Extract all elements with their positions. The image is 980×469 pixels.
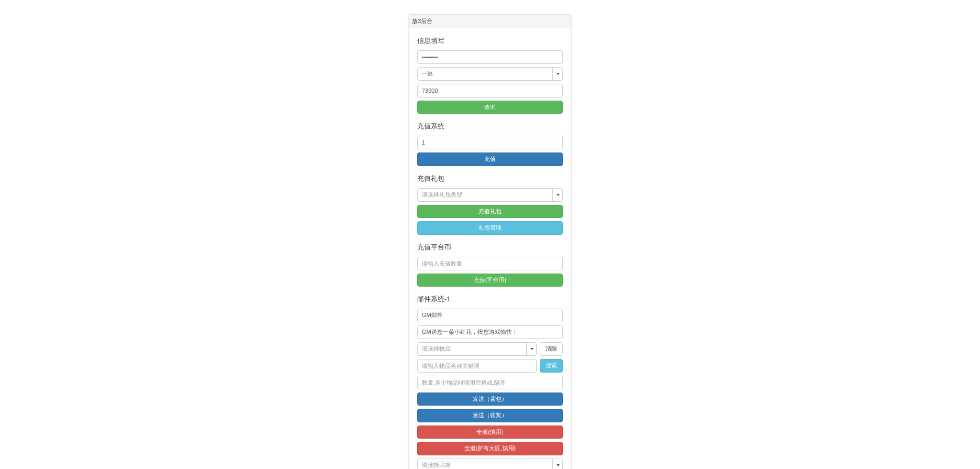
section-gift-title: 充值礼包 (417, 174, 563, 183)
panel-title: 放3后台 (409, 15, 571, 28)
password-input[interactable] (417, 50, 563, 64)
platform-amount-input[interactable] (417, 257, 563, 270)
zone-select-value: 一区 (417, 67, 563, 81)
search-button[interactable]: 搜索 (540, 359, 563, 373)
recharge-gift-button[interactable]: 充值礼包 (417, 205, 563, 218)
gift-type-placeholder: 请选择礼包类型 (417, 188, 563, 202)
send-reward-button[interactable]: 发送（领奖） (417, 409, 563, 422)
section-platform-title: 充值平台币 (417, 243, 563, 252)
send-bag-button[interactable]: 发送（背包） (417, 392, 563, 406)
item-select[interactable]: 请选择物品 (417, 342, 537, 356)
all-server-button[interactable]: 全服(慎用) (417, 426, 563, 439)
recharge-platform-button[interactable]: 充值(平台币) (417, 274, 563, 287)
mail-subject-input[interactable] (417, 309, 563, 322)
panel-body: 信息填写 一区 查询 充值系统 充值 充值礼包 请选择礼包类型 充值礼包 礼包管… (409, 28, 571, 469)
query-button[interactable]: 查询 (417, 101, 563, 114)
section-recharge-title: 充值系统 (417, 122, 563, 131)
item-select-placeholder: 请选择物品 (417, 342, 537, 356)
recharge-button[interactable]: 充值 (417, 152, 563, 166)
recharge-amount-input[interactable] (417, 136, 563, 149)
clear-button[interactable]: 清除 (540, 342, 563, 356)
section-info-title: 信息填写 (417, 36, 563, 46)
qq-input[interactable] (417, 84, 563, 97)
item-search-input[interactable] (417, 359, 537, 373)
general-select-placeholder: 请选择武将 (417, 459, 563, 469)
section-mail-title: 邮件系统-1 (417, 295, 563, 304)
general-select[interactable]: 请选择武将 (417, 459, 563, 469)
admin-panel: 放3后台 信息填写 一区 查询 充值系统 充值 充值礼包 请选择礼包类型 充值礼… (409, 14, 571, 469)
gift-type-select[interactable]: 请选择礼包类型 (417, 188, 563, 202)
gift-manage-button[interactable]: 礼包管理 (417, 221, 563, 234)
quantity-input[interactable] (417, 376, 563, 389)
zone-select[interactable]: 一区 (417, 67, 563, 81)
all-region-button[interactable]: 全服(所有大区,慎用) (417, 442, 563, 455)
mail-content-input[interactable] (417, 325, 563, 339)
